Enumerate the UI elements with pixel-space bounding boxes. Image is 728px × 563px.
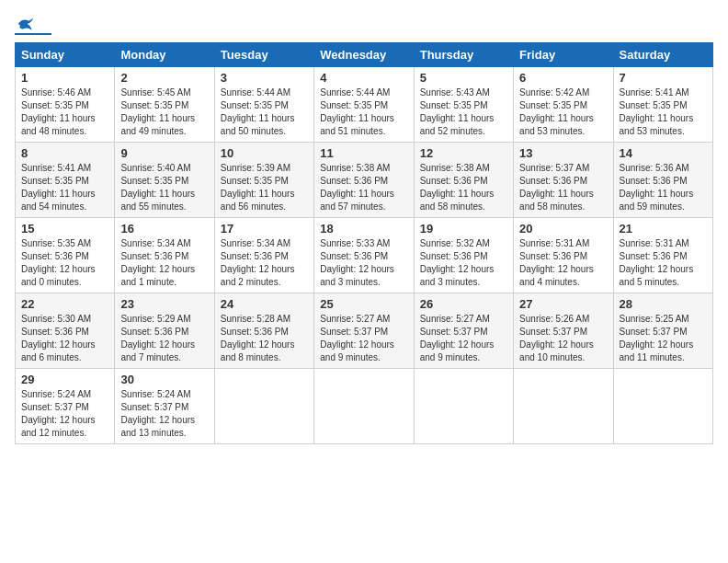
day-info: Sunrise: 5:24 AM Sunset: 5:37 PM Dayligh… xyxy=(120,388,208,440)
day-number: 15 xyxy=(21,222,108,236)
day-number: 11 xyxy=(320,146,407,160)
calendar-day-cell: 5Sunrise: 5:43 AM Sunset: 5:35 PM Daylig… xyxy=(414,67,513,143)
calendar-day-cell: 20Sunrise: 5:31 AM Sunset: 5:36 PM Dayli… xyxy=(514,218,613,293)
day-info: Sunrise: 5:31 AM Sunset: 5:36 PM Dayligh… xyxy=(620,237,707,289)
day-info: Sunrise: 5:36 AM Sunset: 5:36 PM Dayligh… xyxy=(620,162,707,213)
calendar-day-cell: 14Sunrise: 5:36 AM Sunset: 5:36 PM Dayli… xyxy=(613,143,712,218)
day-of-week-header: Thursday xyxy=(414,43,513,67)
calendar-day-cell: 12Sunrise: 5:38 AM Sunset: 5:36 PM Dayli… xyxy=(414,143,513,218)
day-number: 7 xyxy=(620,71,707,85)
calendar-week-row: 1Sunrise: 5:46 AM Sunset: 5:35 PM Daylig… xyxy=(16,67,713,143)
day-number: 13 xyxy=(519,146,607,160)
day-info: Sunrise: 5:41 AM Sunset: 5:35 PM Dayligh… xyxy=(21,162,108,213)
day-info: Sunrise: 5:44 AM Sunset: 5:35 PM Dayligh… xyxy=(221,86,308,138)
day-info: Sunrise: 5:27 AM Sunset: 5:37 PM Dayligh… xyxy=(320,313,407,364)
calendar-day-cell: 23Sunrise: 5:29 AM Sunset: 5:36 PM Dayli… xyxy=(115,293,214,369)
day-info: Sunrise: 5:27 AM Sunset: 5:37 PM Dayligh… xyxy=(420,313,507,364)
calendar-day-cell: 18Sunrise: 5:33 AM Sunset: 5:36 PM Dayli… xyxy=(314,218,414,293)
calendar-day-cell: 15Sunrise: 5:35 AM Sunset: 5:36 PM Dayli… xyxy=(16,218,115,293)
calendar-day-cell: 17Sunrise: 5:34 AM Sunset: 5:36 PM Dayli… xyxy=(214,218,313,293)
calendar-day-cell: 10Sunrise: 5:39 AM Sunset: 5:35 PM Dayli… xyxy=(214,143,313,218)
day-number: 4 xyxy=(320,71,407,85)
day-info: Sunrise: 5:35 AM Sunset: 5:36 PM Dayligh… xyxy=(21,237,108,289)
day-info: Sunrise: 5:25 AM Sunset: 5:37 PM Dayligh… xyxy=(620,313,707,364)
calendar-day-cell: 29Sunrise: 5:24 AM Sunset: 5:37 PM Dayli… xyxy=(16,369,115,444)
day-number: 25 xyxy=(320,297,407,311)
calendar-day-cell: 22Sunrise: 5:30 AM Sunset: 5:36 PM Dayli… xyxy=(16,293,115,369)
calendar-header-row: SundayMondayTuesdayWednesdayThursdayFrid… xyxy=(16,43,713,67)
day-number: 18 xyxy=(320,222,407,236)
day-info: Sunrise: 5:40 AM Sunset: 5:35 PM Dayligh… xyxy=(120,162,208,213)
day-info: Sunrise: 5:32 AM Sunset: 5:36 PM Dayligh… xyxy=(420,237,507,289)
day-info: Sunrise: 5:34 AM Sunset: 5:36 PM Dayligh… xyxy=(120,237,208,289)
day-number: 21 xyxy=(620,222,707,236)
day-info: Sunrise: 5:33 AM Sunset: 5:36 PM Dayligh… xyxy=(320,237,407,289)
calendar-day-cell xyxy=(613,369,712,444)
day-of-week-header: Wednesday xyxy=(314,43,414,67)
day-number: 3 xyxy=(221,71,308,85)
day-number: 22 xyxy=(21,297,108,311)
day-of-week-header: Sunday xyxy=(16,43,115,67)
day-number: 14 xyxy=(620,146,707,160)
day-info: Sunrise: 5:24 AM Sunset: 5:37 PM Dayligh… xyxy=(21,388,108,440)
day-info: Sunrise: 5:26 AM Sunset: 5:37 PM Dayligh… xyxy=(519,313,607,364)
day-number: 5 xyxy=(420,71,507,85)
calendar-week-row: 22Sunrise: 5:30 AM Sunset: 5:36 PM Dayli… xyxy=(16,293,713,369)
calendar-day-cell: 7Sunrise: 5:41 AM Sunset: 5:35 PM Daylig… xyxy=(613,67,712,143)
day-info: Sunrise: 5:46 AM Sunset: 5:35 PM Dayligh… xyxy=(21,86,108,138)
calendar-day-cell: 11Sunrise: 5:38 AM Sunset: 5:36 PM Dayli… xyxy=(314,143,414,218)
day-number: 30 xyxy=(120,373,208,386)
day-info: Sunrise: 5:38 AM Sunset: 5:36 PM Dayligh… xyxy=(420,162,507,213)
calendar-day-cell: 1Sunrise: 5:46 AM Sunset: 5:35 PM Daylig… xyxy=(16,67,115,143)
day-info: Sunrise: 5:37 AM Sunset: 5:36 PM Dayligh… xyxy=(519,162,607,213)
day-info: Sunrise: 5:29 AM Sunset: 5:36 PM Dayligh… xyxy=(120,313,208,364)
day-number: 29 xyxy=(21,373,108,386)
calendar-day-cell: 4Sunrise: 5:44 AM Sunset: 5:35 PM Daylig… xyxy=(314,67,414,143)
calendar-day-cell: 19Sunrise: 5:32 AM Sunset: 5:36 PM Dayli… xyxy=(414,218,513,293)
day-number: 8 xyxy=(21,146,108,160)
day-info: Sunrise: 5:44 AM Sunset: 5:35 PM Dayligh… xyxy=(320,86,407,138)
calendar-week-row: 8Sunrise: 5:41 AM Sunset: 5:35 PM Daylig… xyxy=(16,143,713,218)
day-of-week-header: Tuesday xyxy=(214,43,313,67)
day-of-week-header: Saturday xyxy=(613,43,712,67)
day-info: Sunrise: 5:30 AM Sunset: 5:36 PM Dayligh… xyxy=(21,313,108,364)
day-number: 17 xyxy=(221,222,308,236)
day-number: 16 xyxy=(120,222,208,236)
calendar-day-cell xyxy=(314,369,414,444)
calendar-table: SundayMondayTuesdayWednesdayThursdayFrid… xyxy=(15,42,713,444)
day-info: Sunrise: 5:38 AM Sunset: 5:36 PM Dayligh… xyxy=(320,162,407,213)
day-of-week-header: Monday xyxy=(115,43,214,67)
calendar-day-cell: 9Sunrise: 5:40 AM Sunset: 5:35 PM Daylig… xyxy=(115,143,214,218)
calendar-day-cell: 3Sunrise: 5:44 AM Sunset: 5:35 PM Daylig… xyxy=(214,67,313,143)
day-info: Sunrise: 5:43 AM Sunset: 5:35 PM Dayligh… xyxy=(420,86,507,138)
day-number: 24 xyxy=(221,297,308,311)
calendar-day-cell: 24Sunrise: 5:28 AM Sunset: 5:36 PM Dayli… xyxy=(214,293,313,369)
day-info: Sunrise: 5:45 AM Sunset: 5:35 PM Dayligh… xyxy=(120,86,208,138)
day-info: Sunrise: 5:34 AM Sunset: 5:36 PM Dayligh… xyxy=(221,237,308,289)
day-number: 12 xyxy=(420,146,507,160)
page-header xyxy=(15,15,713,35)
day-number: 26 xyxy=(420,297,507,311)
calendar-day-cell xyxy=(214,369,313,444)
day-number: 28 xyxy=(620,297,707,311)
calendar-day-cell: 21Sunrise: 5:31 AM Sunset: 5:36 PM Dayli… xyxy=(613,218,712,293)
day-number: 20 xyxy=(519,222,607,236)
calendar-day-cell: 25Sunrise: 5:27 AM Sunset: 5:37 PM Dayli… xyxy=(314,293,414,369)
calendar-day-cell: 2Sunrise: 5:45 AM Sunset: 5:35 PM Daylig… xyxy=(115,67,214,143)
calendar-day-cell: 27Sunrise: 5:26 AM Sunset: 5:37 PM Dayli… xyxy=(514,293,613,369)
day-number: 27 xyxy=(519,297,607,311)
calendar-day-cell: 6Sunrise: 5:42 AM Sunset: 5:35 PM Daylig… xyxy=(514,67,613,143)
day-number: 6 xyxy=(519,71,607,85)
day-info: Sunrise: 5:42 AM Sunset: 5:35 PM Dayligh… xyxy=(519,86,607,138)
calendar-week-row: 29Sunrise: 5:24 AM Sunset: 5:37 PM Dayli… xyxy=(16,369,713,444)
calendar-day-cell xyxy=(414,369,513,444)
logo xyxy=(15,15,53,35)
day-number: 1 xyxy=(21,71,108,85)
calendar-day-cell xyxy=(514,369,613,444)
day-number: 19 xyxy=(420,222,507,236)
day-info: Sunrise: 5:31 AM Sunset: 5:36 PM Dayligh… xyxy=(519,237,607,289)
day-info: Sunrise: 5:39 AM Sunset: 5:35 PM Dayligh… xyxy=(221,162,308,213)
day-info: Sunrise: 5:41 AM Sunset: 5:35 PM Dayligh… xyxy=(620,86,707,138)
day-number: 10 xyxy=(221,146,308,160)
calendar-day-cell: 16Sunrise: 5:34 AM Sunset: 5:36 PM Dayli… xyxy=(115,218,214,293)
